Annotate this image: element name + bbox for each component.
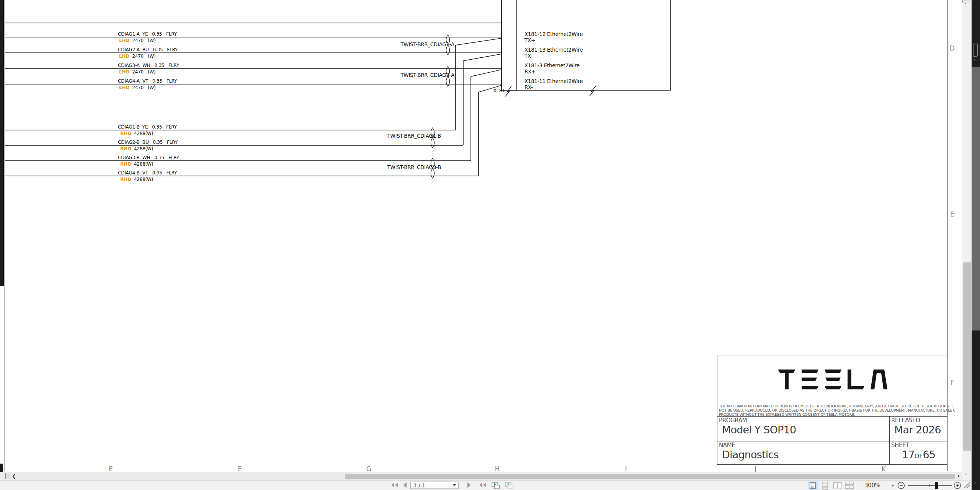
page-number-value: 1 / 1: [413, 482, 425, 488]
zoom-in-button[interactable]: [954, 482, 962, 490]
wire-circuit: RHD 4288(W): [120, 177, 153, 182]
facing-pages-view-button[interactable]: [833, 482, 842, 490]
connector-pin: X181-12 Ethernet2WireTX+: [524, 31, 583, 43]
last-page-button[interactable]: [479, 482, 487, 488]
name-row: NAME Diagnostics SHEET 17OF65: [717, 441, 947, 464]
window-scrollbar-marker[interactable]: [973, 44, 978, 57]
first-page-button[interactable]: [390, 482, 399, 488]
sheet-value: 17OF65: [902, 449, 947, 462]
grid-letter-bottom: E: [106, 465, 115, 473]
window-scroll-up-icon[interactable]: ˆ: [973, 60, 976, 64]
next-page-button[interactable]: [467, 482, 472, 488]
grid-letter-bottom: I: [622, 465, 630, 473]
grid-letter-bottom: F: [235, 465, 244, 473]
wire-label: CDIAG2-A BU 0.35 FLRY: [118, 47, 178, 52]
connector-name: X181: [490, 88, 505, 93]
vertical-scrollbar-thumb[interactable]: [963, 262, 971, 451]
wire-circuit: RHD 4288(W): [120, 146, 153, 151]
released-label: RELEASED: [891, 417, 947, 424]
released-cell: RELEASED Mar 2026: [889, 417, 947, 441]
zoom-dropdown-caret-icon[interactable]: [891, 485, 894, 487]
connector-pin: X181-11 Ethernet2WireRX-: [524, 78, 583, 90]
previous-page-button[interactable]: [402, 482, 407, 488]
zoom-slider-handle[interactable]: [935, 482, 938, 489]
wire-circuit: LHD 2470 (W): [119, 85, 156, 90]
zoom-slider[interactable]: [908, 481, 954, 490]
confidentiality-text: THE INFORMATION CONTAINED HEREIN IS DEEM…: [719, 404, 964, 417]
wire-label: CDIAG3-A WH 0.35 FLRY: [118, 63, 179, 68]
collapse-left-icon[interactable]: ❮: [12, 473, 16, 479]
tesla-logo: [778, 369, 888, 390]
grid-letter-right: D: [948, 44, 956, 52]
wire-circuit: RHD 4288(W): [120, 161, 153, 167]
tesla-logo-cell: [717, 355, 947, 403]
horizontal-scrollbar-thumb[interactable]: [345, 474, 955, 479]
connector-pin: X181-13 Ethernet2WireTX-: [524, 47, 583, 59]
twist-label: TWIST-BRR_CDIAG1-B: [368, 133, 441, 139]
wire-circuit: LHD 2470 (W): [119, 69, 156, 75]
wire-label: CDIAG1-B YE 0.35 FLRY: [118, 124, 177, 130]
page-dropdown-caret-icon[interactable]: [453, 484, 456, 486]
window-scrollbar-thumb[interactable]: [972, 67, 980, 330]
grid-letter-bottom: G: [364, 465, 373, 473]
wire-label: CDIAG4-B VT 0.35 FLRY: [118, 170, 177, 176]
program-row: PROGRAM Model Y SOP10 RELEASED Mar 2026: [717, 416, 947, 441]
grid-letter-right: E: [948, 210, 956, 218]
facing-continuous-view-button[interactable]: [845, 482, 854, 490]
released-value: Mar 2026: [894, 424, 947, 436]
previous-view-button[interactable]: [491, 482, 501, 490]
wire-label: CDIAG4-A VT 0.35 FLRY: [118, 78, 177, 84]
grid-letter-bottom: K: [879, 465, 888, 473]
sidebar-panel-icon[interactable]: [5, 473, 10, 479]
grid-letter-bottom: H: [493, 465, 501, 473]
resize-grip-icon[interactable]: [964, 482, 971, 489]
zoom-level-value[interactable]: 300%: [864, 482, 880, 489]
twist-label: TWIST-BRR_CDIAG3-A: [382, 72, 454, 78]
wire-circuit: RHD 4288(W): [120, 131, 153, 136]
sheet-cell: SHEET 17OF65: [889, 441, 947, 464]
window-scrollbar-dark[interactable]: ˆ ˇ: [972, 0, 980, 490]
horizontal-scrollbar-track[interactable]: ›: [0, 472, 972, 480]
title-block: THE INFORMATION CONTAINED HEREIN IS DEEM…: [717, 355, 947, 465]
wire-label: CDIAG3-B WH 0.35 FLRY: [118, 155, 179, 160]
wire-label: CDIAG1-A YE 0.35 FLRY: [118, 31, 177, 37]
twist-label: TWIST-BRR_CDIAG1-A: [382, 41, 454, 47]
pdf-viewer-window: CDIAG1-A YE 0.35 FLRY LHD 2470 (W) CDIAG…: [0, 0, 980, 490]
grid-letter-right: F: [948, 379, 956, 386]
viewer-toolbar: 1 / 1 300%: [0, 480, 972, 490]
wire-label: CDIAG2-B BU 0.35 FLRY: [118, 140, 178, 145]
wire-circuit: LHD 2470 (W): [119, 54, 156, 59]
sheet-label: SHEET: [891, 442, 947, 449]
scroll-up-arrow-icon[interactable]: ˆ: [964, 3, 967, 8]
scroll-down-arrow-icon[interactable]: ˇ: [964, 474, 967, 479]
twist-label: TWIST-BRR_CDIAG3-B: [368, 164, 441, 170]
continuous-view-button[interactable]: [822, 482, 829, 490]
connector-pin: X181-3 Ethernet2WireRX+: [524, 62, 580, 75]
variant-lhd: LHD: [119, 38, 129, 43]
window-scroll-down-icon[interactable]: ˇ: [973, 483, 976, 487]
grid-letter-bottom: J: [751, 465, 760, 473]
page-number-input[interactable]: 1 / 1: [410, 482, 459, 489]
next-view-button[interactable]: [505, 482, 514, 490]
single-page-view-button[interactable]: [808, 481, 818, 490]
page-left-clip-bar: [0, 0, 4, 286]
zoom-out-button[interactable]: [897, 482, 906, 490]
scroll-right-arrow-icon[interactable]: ›: [957, 472, 960, 479]
wire-circuit: LHD 2470 (W): [119, 38, 156, 43]
vertical-scrollbar-track[interactable]: ˆ ˇ: [962, 0, 972, 480]
